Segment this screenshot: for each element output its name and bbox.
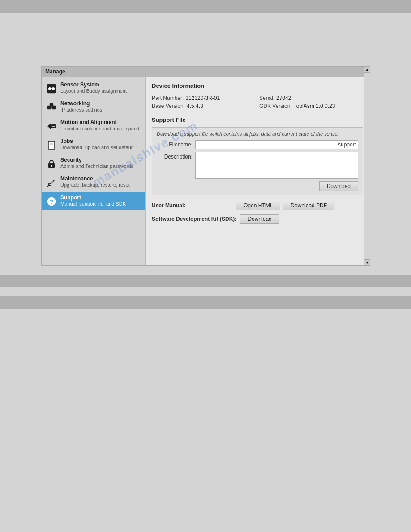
filename-input[interactable] <box>195 140 358 149</box>
gdk-version-value: ToolAsm 1.0.0.23 <box>294 103 335 109</box>
open-html-button[interactable]: Open HTML <box>236 201 280 210</box>
user-manual-btn-group: Open HTML Download PDF <box>236 201 334 210</box>
sdk-label: Software Development Kit (SDK): <box>152 216 236 222</box>
svg-text:?: ? <box>50 198 53 205</box>
sensor-system-subtitle: Layout and Buddy assignment <box>60 88 127 94</box>
serial-label: Serial: <box>259 95 274 101</box>
support-file-description: Download a support file which contains a… <box>157 131 358 137</box>
networking-icon <box>45 101 58 114</box>
manage-panel: Manage <box>41 66 370 266</box>
sidebar-item-sensor-system[interactable]: Sensor System Layout and Buddy assignmen… <box>42 79 145 98</box>
sdk-row: Software Development Kit (SDK): Download <box>152 214 363 224</box>
motion-alignment-title: Motion and Alignment <box>60 119 139 125</box>
sidebar-item-maintenance[interactable]: Maintenance Upgrade, backup, restore, re… <box>42 173 145 192</box>
svg-line-21 <box>47 185 49 187</box>
sidebar-item-jobs[interactable]: Jobs Download, upload and set default <box>42 135 145 154</box>
serial-value: 27042 <box>276 95 291 101</box>
description-row: Description: ▲ ▼ <box>157 152 358 179</box>
scroll-down-arrow[interactable]: ▼ <box>364 259 370 266</box>
sidebar-item-networking[interactable]: Networking IP address settings <box>42 98 145 116</box>
user-manual-label: User Manual: <box>152 202 232 209</box>
lower-bar <box>0 296 411 309</box>
scrollbar: ▲ ▼ <box>364 66 370 266</box>
sidebar: Sensor System Layout and Buddy assignmen… <box>42 77 146 265</box>
security-icon <box>45 158 58 170</box>
gdk-version-label: GDK Version: <box>259 103 292 109</box>
sensor-system-text: Sensor System Layout and Buddy assignmen… <box>60 82 127 94</box>
filename-row: Filename: <box>157 140 358 149</box>
user-manual-row: User Manual: Open HTML Download PDF <box>152 201 363 210</box>
page-wrapper: manualshlve.com Manage <box>0 0 411 532</box>
download-pdf-button[interactable]: Download PDF <box>283 201 334 210</box>
manage-title-bar: Manage <box>42 67 369 77</box>
svg-marker-11 <box>47 123 51 129</box>
device-info-title: Device Information <box>152 82 363 90</box>
serial-item: Serial: 27042 <box>259 95 363 101</box>
sdk-btn-group: Download <box>240 214 279 224</box>
motion-alignment-text: Motion and Alignment Encoder resolution … <box>60 119 139 132</box>
svg-rect-6 <box>50 103 53 106</box>
gdk-version-item: GDK Version: ToolAsm 1.0.0.23 <box>259 103 363 109</box>
description-label: Description: <box>157 154 193 160</box>
svg-rect-14 <box>48 141 55 149</box>
motion-alignment-subtitle: Encoder resolution and travel speed <box>60 125 139 132</box>
middle-bar <box>0 275 411 287</box>
jobs-icon <box>45 139 58 151</box>
spacer-top <box>0 13 411 66</box>
spacer-post-mid <box>0 287 411 296</box>
support-file-download-button[interactable]: Download <box>319 181 358 191</box>
device-info-section: Device Information Part Number: 312320-3… <box>152 82 363 111</box>
jobs-text: Jobs Download, upload and set default <box>60 138 133 150</box>
extra-section: User Manual: Open HTML Download PDF Soft… <box>152 201 363 224</box>
support-file-section: Support File Download a support file whi… <box>152 116 363 195</box>
support-subtitle: Manual, support file, and SDK <box>60 201 126 207</box>
maintenance-title: Maintenance <box>60 176 130 182</box>
security-text: Security Admin and Technician passwords <box>60 157 133 169</box>
description-textarea-wrapper: ▲ ▼ <box>195 152 358 179</box>
manage-container: manualshlve.com Manage <box>41 66 370 266</box>
base-version-label: Base Version: <box>152 103 185 109</box>
support-icon: ? <box>45 195 58 208</box>
base-version-item: Base Version: 4.5.4.3 <box>152 103 256 109</box>
spacer-pre-mid <box>0 266 411 275</box>
security-subtitle: Admin and Technician passwords <box>60 163 133 169</box>
maintenance-subtitle: Upgrade, backup, restore, reset <box>60 182 130 188</box>
content-area: Device Information Part Number: 312320-3… <box>146 77 369 265</box>
svg-point-19 <box>51 165 52 167</box>
part-number-label: Part Number: <box>152 95 184 101</box>
support-file-title: Support File <box>152 116 363 124</box>
filename-label: Filename: <box>157 142 193 148</box>
motion-alignment-icon <box>45 120 58 133</box>
sidebar-item-support[interactable]: ? Support Manual, support file, and SDK <box>42 192 145 210</box>
maintenance-icon <box>45 176 58 189</box>
svg-point-2 <box>52 87 55 90</box>
top-bar <box>0 0 411 13</box>
svg-point-1 <box>48 87 51 90</box>
sidebar-item-motion-alignment[interactable]: Motion and Alignment Encoder resolution … <box>42 116 145 135</box>
sidebar-item-security[interactable]: Security Admin and Technician passwords <box>42 154 145 173</box>
part-number-value: 312320-3R-01 <box>185 95 220 101</box>
networking-subtitle: IP address settings <box>60 107 102 113</box>
jobs-title: Jobs <box>60 138 133 144</box>
networking-text: Networking IP address settings <box>60 100 102 113</box>
scroll-up-arrow[interactable]: ▲ <box>364 66 370 73</box>
sdk-download-button[interactable]: Download <box>240 214 279 224</box>
sensor-system-icon <box>45 82 58 95</box>
jobs-subtitle: Download, upload and set default <box>60 144 133 150</box>
support-title: Support <box>60 194 126 201</box>
sensor-system-title: Sensor System <box>60 82 127 88</box>
device-info-grid: Part Number: 312320-3R-01 Serial: 27042 … <box>152 93 363 111</box>
support-file-download-row: Download <box>157 181 358 191</box>
manage-body: Sensor System Layout and Buddy assignmen… <box>42 77 369 265</box>
support-file-box: Download a support file which contains a… <box>152 127 363 195</box>
support-text: Support Manual, support file, and SDK <box>60 194 126 207</box>
base-version-value: 4.5.4.3 <box>187 103 203 109</box>
networking-title: Networking <box>60 100 102 107</box>
manage-title: Manage <box>45 69 65 75</box>
description-textarea[interactable] <box>196 152 358 178</box>
part-number-item: Part Number: 312320-3R-01 <box>152 95 256 101</box>
maintenance-text: Maintenance Upgrade, backup, restore, re… <box>60 176 130 188</box>
bottom-content <box>0 309 411 532</box>
security-title: Security <box>60 157 133 163</box>
